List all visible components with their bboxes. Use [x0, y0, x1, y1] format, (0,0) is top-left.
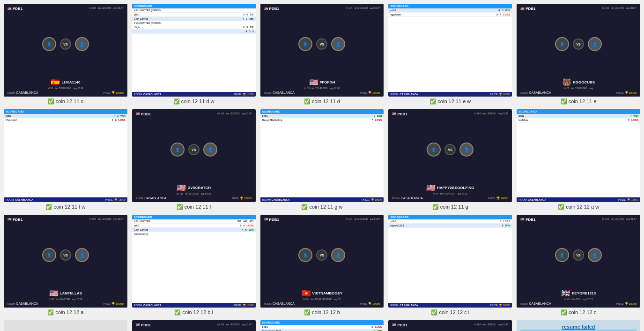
card-coin-12-12-c-l[interactable]: SCORECARD pdb1 6LOSS eeyore1213 5WIN ROO… [388, 215, 512, 316]
card-image-coin-12-12-c[interactable]: 🇺🇸 PDB1 lvl 104 tier LEGEND avg 81.87 👤 … [517, 215, 640, 308]
card-coin-12-11-g[interactable]: 🇺🇸 PDB1 lvl 104 tier LEGEND avg 81.87 👤 … [388, 109, 512, 210]
room-label: ROOM: CASABLANCA [518, 198, 546, 201]
card-image-coin-12-12-b[interactable]: 🇺🇸 PDB1 lvl 104 tier LEGEND avg 81.87 👤 … [260, 215, 384, 308]
room-info: ROOM: CASABLANCA PRIZE: 🏆 18000 [518, 90, 638, 95]
us-flag: 🇺🇸 [520, 7, 525, 11]
opponent-flag: 🇺🇸 [309, 78, 318, 87]
scorecard-header: SCORECARD [4, 109, 127, 114]
vs-circle: VS [573, 38, 584, 50]
score-row: pdb1 6LOSS [260, 325, 384, 329]
card-coin-12-11-e[interactable]: 🇺🇸 PDB1 lvl 104 tier LEGEND avg 81.87 👤 … [517, 4, 640, 105]
pdb1-stats: lvl 104 tier LEGEND avg 81.87 [602, 7, 637, 9]
card-image-coin-12-12-e[interactable]: 🇺🇸 PDB1 lvl 104 tier LEGEND avg 81.87 👤 … [388, 320, 512, 331]
opponent-flag-name: 🇺🇸 HAPPY2BEGOLFING [391, 183, 509, 192]
score-cell: 4 [245, 30, 247, 33]
card-image-coin-12-11-e-w[interactable]: SCORECARD pdb1 45WIN kggocubs 55LOSS ROO… [388, 4, 512, 97]
card-image-coin-12-11-d[interactable]: 🇺🇸 PDB1 lvl 104 tier LEGEND avg 81.87 👤 … [260, 4, 384, 97]
room-info: ROOM: CASABLANCA PRIZE: 🏆 18000 [390, 196, 510, 200]
pdb1-stats: lvl 104 tier LEGEND avg 81.87 [346, 7, 380, 9]
card-image-coin-12-12-a-w[interactable]: SCORECARD pdb1 4WIN lanfellas 5LOSS ROOM… [517, 109, 640, 202]
opponent-flag-name: 🇺🇸 LANFELLAS [7, 289, 125, 298]
card-image-coin-12-12-b-l[interactable]: SCORECARD YELLOW TEE 381447425 pdb1 54LO… [132, 215, 256, 308]
opponent-flag: 🇻🇳 [302, 289, 311, 298]
score-cell: LOSS [503, 220, 510, 223]
card-image-coin-12-11-e[interactable]: 🇺🇸 PDB1 lvl 104 tier LEGEND avg 81.87 👤 … [517, 4, 640, 97]
scorecard-inner: SCORECARD pdb1 43WIN DVscratch 46LOSS RO… [4, 109, 127, 202]
match-header: 🇺🇸 PDB1 lvl 104 tier LEGEND avg 81.87 [262, 6, 382, 12]
card-image-coin-12-11-g-w[interactable]: SCORECARD pdb1 2WIN Happy2BeGolfing 7LOS… [260, 109, 384, 202]
card-image-coin-12-11-g[interactable]: 🇺🇸 PDB1 lvl 104 tier LEGEND avg 81.87 👤 … [388, 109, 512, 202]
prize-label: PRIZE: 🏆 18000 [105, 198, 126, 201]
card-image-coin-12-11-c[interactable]: 🇺🇸 PDB1 lvl 104 tier LEGEND avg 81.87 👤 … [4, 4, 127, 97]
card-image-coin-12-12-f-failed[interactable]: resume failed ⛳ THE SAVED GAME NO LONGER… [517, 320, 640, 331]
score-cell: 4 [498, 9, 500, 12]
card-coin-12-12-b-l[interactable]: SCORECARD YELLOW TEE 381447425 pdb1 54LO… [132, 215, 256, 316]
row-label: DVscratch [6, 119, 17, 121]
card-coin-12-12-e-l[interactable]: SCORECARD pdb1 6LOSS Substitution2019 5W… [260, 320, 384, 331]
pdb1-title: PDB1 [397, 323, 407, 327]
pdb1-stats-row: lvl 104 tier LEGEND avg 81.87 [217, 112, 252, 115]
pdb1-stats: lvl 104 tier LEGEND avg 81.87 [602, 218, 637, 220]
scorecard-inner: SCORECARD YELLOW TEE 381447425 pdb1 54LO… [132, 215, 256, 308]
opponent-flag: 🇬🇧 [561, 289, 570, 298]
card-coin-12-12-f-failed[interactable]: resume failed ⛳ THE SAVED GAME NO LONGER… [517, 320, 640, 331]
row-label: YELLOW TEE (YARDS) [134, 22, 162, 24]
room-name: CASABLANCA [16, 302, 38, 305]
score-row: DVscratch 46LOSS [4, 118, 127, 122]
card-coin-12-12-d[interactable]: 🇺🇸 PDB1 lvl 104 tier LEGEND avg 81.87 👤 … [132, 320, 256, 331]
card-image-coin-12-11-d-w[interactable]: SCORECARD YELLOW TEE (YARDS) pdb1 34TIE … [132, 4, 256, 97]
pdb1-info: 🇺🇸 PDB1 [392, 112, 407, 116]
card-image-coin-12-12-a[interactable]: 🇺🇸 PDB1 lvl 104 tier LEGEND avg 81.87 👤 … [4, 215, 127, 308]
scorecard-header: SCORECARD [132, 215, 256, 219]
row-scores: 43385 [241, 17, 253, 20]
card-coin-12-12-b[interactable]: 🇺🇸 PDB1 lvl 104 tier LEGEND avg 81.87 👤 … [260, 215, 384, 316]
opponent-name: KGGOCUBS [573, 80, 595, 84]
card-image-coin-12-11-f-w[interactable]: SCORECARD pdb1 43WIN DVscratch 46LOSS RO… [4, 109, 127, 202]
row-label: pdb1 [390, 9, 396, 12]
score-row: pdb1 2WIN [260, 114, 384, 118]
card-coin-12-11-d-w[interactable]: SCORECARD YELLOW TEE (YARDS) pdb1 34TIE … [132, 4, 256, 105]
card-coin-12-11-g-w[interactable]: SCORECARD pdb1 2WIN Happy2BeGolfing 7LOS… [260, 109, 384, 210]
card-coin-12-11-f-w[interactable]: SCORECARD pdb1 43WIN DVscratch 46LOSS RO… [4, 109, 127, 210]
us-flag: 🇺🇸 [392, 112, 396, 116]
card-image-coin-12-12-e-l[interactable]: SCORECARD pdb1 6LOSS Substitution2019 5W… [260, 320, 384, 331]
opponent-avatar: 👤 [331, 248, 345, 262]
room-label: ROOM: CASABLANCA [7, 91, 38, 94]
card-label-coin-12-12-c: ✅ coin 12 12 c [561, 309, 596, 316]
opponent-stats: lvl 110 tier LEGEND avg 63.56 [135, 192, 253, 195]
card-coin-12-11-d[interactable]: 🇺🇸 PDB1 lvl 104 tier LEGEND avg 81.87 👤 … [260, 4, 384, 105]
pdb1-info: 🇺🇸 PDB1 [264, 7, 279, 11]
card-image-coin-12-12-d-fatl[interactable]: THE GAME IS OVER GAME: STROKEPLAY RANDOM… [4, 320, 127, 331]
card-image-coin-12-12-d[interactable]: 🇺🇸 PDB1 lvl 104 tier LEGEND avg 81.87 👤 … [132, 320, 256, 331]
pdb1-stats-row: lvl 104 tier LEGEND avg 81.87 [346, 7, 380, 9]
card-coin-12-11-f[interactable]: 🇺🇸 PDB1 lvl 104 tier LEGEND avg 81.87 👤 … [132, 109, 256, 210]
match-header: 🇺🇸 PDB1 lvl 104 tier LEGEND avg 81.87 [134, 111, 254, 117]
prize-label: PRIZE: 🏆 18000 [488, 196, 508, 200]
check-icon: ✅ [561, 98, 567, 104]
card-coin-12-11-e-w[interactable]: SCORECARD pdb1 45WIN kggocubs 55LOSS ROO… [388, 4, 512, 105]
score-row: pdb1 54LOSS [132, 224, 256, 228]
scorecard-inner: SCORECARD YELLOW TEE (YARDS) pdb1 34TIE … [132, 4, 256, 97]
us-flag: 🇺🇸 [136, 323, 140, 327]
check-icon: ✅ [47, 309, 54, 315]
score-cell: 7 [371, 119, 373, 121]
score-cell: 5 [240, 224, 241, 227]
resumefailed-card-inner: resume failed ⛳ THE SAVED GAME NO LONGER… [517, 320, 640, 331]
card-coin-12-12-a-w[interactable]: SCORECARD pdb1 4WIN lanfellas 5LOSS ROOM… [517, 109, 640, 210]
card-coin-12-12-e[interactable]: 🇺🇸 PDB1 lvl 104 tier LEGEND avg 81.87 👤 … [388, 320, 512, 331]
card-image-coin-12-12-c-l[interactable]: SCORECARD pdb1 6LOSS eeyore1213 5WIN ROO… [388, 215, 512, 308]
card-label-coin-12-11-f-w: ✅ coin 12 11 f w [45, 204, 85, 210]
pdb1-stats-row: lvl 104 tier LEGEND avg 81.87 [602, 7, 637, 9]
card-coin-12-12-c[interactable]: 🇺🇸 PDB1 lvl 104 tier LEGEND avg 81.87 👤 … [517, 215, 640, 316]
card-coin-12-11-c[interactable]: 🇺🇸 PDB1 lvl 104 tier LEGEND avg 81.87 👤 … [4, 4, 127, 105]
row-label: lanfellas [518, 119, 528, 121]
row-label: Hiigh [134, 26, 140, 29]
card-image-coin-12-11-f[interactable]: 🇺🇸 PDB1 lvl 104 tier LEGEND avg 81.87 👤 … [132, 109, 256, 202]
score-row: pdb1 6LOSS [388, 219, 512, 224]
opponent-name: HAPPY2BEGOLFING [437, 186, 474, 190]
score-cell: 5 [245, 228, 247, 231]
card-label-coin-12-11-d-w: ✅ coin 12 11 d w [173, 98, 215, 105]
card-coin-12-12-a[interactable]: 🇺🇸 PDB1 lvl 104 tier LEGEND avg 81.87 👤 … [4, 215, 127, 316]
opponent-avatar: 👤 [459, 143, 474, 157]
card-coin-12-12-d-fatl[interactable]: THE GAME IS OVER GAME: STROKEPLAY RANDOM… [4, 320, 127, 331]
